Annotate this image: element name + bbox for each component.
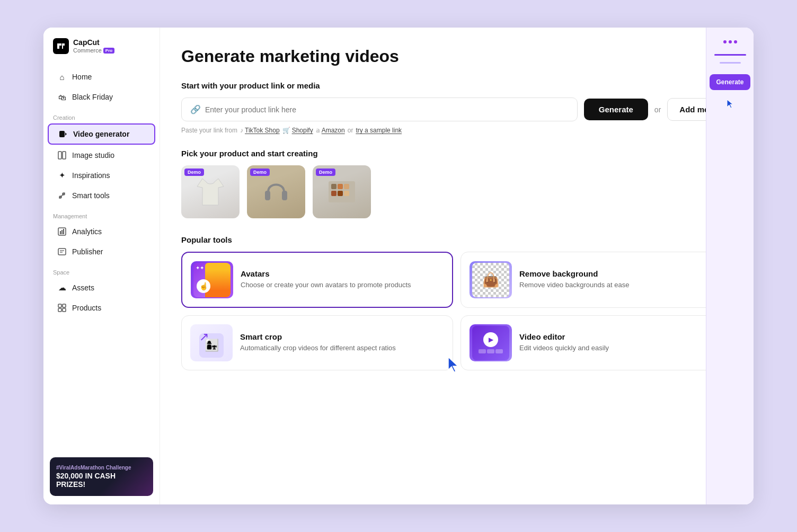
panel-line2 [720, 62, 741, 64]
remove-bg-desc: Remove video backgrounds at ease [519, 280, 723, 290]
product-card-headphones[interactable]: Demo [247, 165, 305, 218]
logo-icon [53, 38, 69, 54]
sub-brand: Commerce Pro [73, 47, 114, 54]
sidebar-item-home[interactable]: ⌂ Home [48, 67, 155, 86]
creation-section-label: Creation [43, 107, 160, 123]
product-link-input[interactable] [205, 105, 569, 114]
panel-dots [723, 40, 737, 43]
shopify-platform: 🛒 Shopify [282, 127, 313, 134]
avatar-face [205, 263, 231, 297]
svg-rect-22 [338, 184, 343, 189]
demo-badge-makeup: Demo [316, 169, 335, 176]
product-grid: Demo Demo [181, 165, 732, 218]
tool-card-video-editor[interactable]: ▶ Video editor Edit videos quickly and e… [461, 315, 732, 370]
main-content: Generate marketing videos Start with you… [160, 28, 754, 504]
svg-rect-8 [60, 231, 61, 234]
bag-icon: 👜 [482, 272, 499, 288]
svg-rect-1 [59, 131, 65, 137]
products-section-label: Pick your product and start creating [181, 149, 732, 158]
sidebar-item-products[interactable]: Products [48, 298, 155, 317]
svg-rect-9 [61, 230, 63, 234]
shopify-link[interactable]: Shopify [292, 127, 313, 134]
shopify-icon: 🛒 [282, 127, 290, 134]
management-section-label: Management [43, 206, 160, 221]
avatar-visual: ☝ ✦✦ [193, 263, 231, 297]
paste-hint: Paste your link from ♪ TikTok Shop 🛒 Sho… [181, 127, 732, 134]
avatars-info: Avatars Choose or create your own avatar… [241, 269, 444, 290]
image-studio-icon [57, 150, 67, 160]
bag-icon: 🛍 [57, 92, 67, 102]
smart-crop-info: Smart crop Automatically crop videos for… [240, 332, 444, 353]
smart-crop-icon-box: ↗ 👩‍👧 [190, 324, 233, 361]
sidebar-item-publisher[interactable]: Publisher [48, 242, 155, 261]
tiktok-icon: ♪ [240, 127, 243, 134]
page-title: Generate marketing videos [181, 47, 732, 66]
smart-crop-desc: Automatically crop videos for different … [240, 343, 444, 353]
product-card-shirt[interactable]: Demo [181, 165, 240, 218]
tool-card-avatars[interactable]: ☝ ✦✦ Avatars Choose or create your own a… [181, 252, 453, 308]
svg-marker-2 [65, 132, 67, 136]
amazon-link[interactable]: Amazon [322, 127, 345, 134]
or-text: or [654, 105, 661, 114]
tools-section-label: Popular tools [181, 235, 732, 244]
crop-visual: ↗ 👩‍👧 [193, 326, 230, 360]
amazon-platform: 𝕒 Amazon [316, 127, 345, 134]
inspire-icon: ✦ [57, 171, 67, 180]
crop-arrow-icon: ↗ [199, 330, 209, 344]
svg-rect-14 [58, 304, 61, 307]
svg-rect-4 [63, 152, 66, 159]
sidebar-item-black-friday[interactable]: 🛍 Black Friday [48, 87, 155, 107]
sidebar-item-assets[interactable]: ☁ Assets [48, 278, 155, 297]
smart-crop-name: Smart crop [240, 332, 444, 341]
sidebar-item-video-generator[interactable]: Video generator [48, 123, 155, 145]
publish-icon [57, 247, 67, 256]
product-card-makeup[interactable]: Demo [313, 165, 371, 218]
video-editor-desc: Edit videos quickly and easily [519, 343, 723, 353]
sidebar-item-image-studio[interactable]: Image studio [48, 146, 155, 165]
svg-rect-3 [58, 152, 61, 159]
checker-pattern: 👜 [472, 263, 509, 297]
video-editor-icon-box: ▶ [470, 324, 512, 361]
link-input-wrapper[interactable]: 🔗 [181, 97, 578, 121]
panel-generate-button[interactable]: Generate [710, 74, 750, 90]
svg-rect-23 [344, 184, 349, 189]
svg-rect-18 [265, 191, 270, 200]
panel-cursor [725, 99, 735, 111]
avatars-name: Avatars [241, 269, 444, 278]
sidebar: CapCut Commerce Pro ⌂ Home 🛍 Black Frida… [43, 28, 160, 504]
cursor [446, 356, 461, 375]
film-cell [479, 349, 486, 353]
input-section-label: Start with your product link or media [181, 81, 732, 90]
input-row: 🔗 Generate or Add media [181, 97, 732, 121]
tool-card-smart-crop[interactable]: ↗ 👩‍👧 Smart crop Automatically crop vide… [181, 315, 453, 370]
svg-rect-0 [53, 38, 69, 54]
film-cell [495, 349, 503, 353]
video-editor-visual: ▶ [472, 326, 509, 360]
avatar-hand: ☝ [197, 279, 210, 293]
avatars-desc: Choose or create your own avatars to pro… [241, 280, 444, 290]
film-strip [479, 349, 503, 353]
tiktok-platform: ♪ TikTok Shop [240, 127, 280, 134]
svg-rect-24 [331, 191, 336, 196]
sidebar-item-smart-tools[interactable]: Smart tools [48, 186, 155, 205]
promo-banner[interactable]: #ViralAdsMarathon Challenge $20,000 IN C… [50, 457, 153, 496]
video-gen-icon [58, 129, 68, 139]
avatars-icon-box: ☝ ✦✦ [191, 261, 233, 298]
sample-link[interactable]: try a sample link [356, 127, 402, 134]
generate-button[interactable]: Generate [584, 99, 648, 120]
tiktok-link[interactable]: TikTok Shop [245, 127, 280, 134]
svg-rect-17 [63, 308, 66, 312]
remove-bg-info: Remove background Remove video backgroun… [519, 269, 723, 290]
svg-rect-16 [58, 308, 61, 312]
svg-rect-15 [63, 304, 66, 307]
promo-amount: $20,000 IN CASH PRIZES! [56, 472, 147, 489]
space-section-label: Space [43, 262, 160, 278]
tools-grid: ☝ ✦✦ Avatars Choose or create your own a… [181, 252, 732, 370]
demo-badge-headphones: Demo [250, 169, 270, 176]
sidebar-item-analytics[interactable]: Analytics [48, 222, 155, 241]
dot3 [734, 40, 737, 43]
tool-card-remove-bg[interactable]: 👜 Remove background Remove video backgro… [461, 252, 732, 308]
svg-rect-19 [282, 191, 287, 200]
sidebar-item-inspirations[interactable]: ✦ Inspirations [48, 166, 155, 185]
panel-line1 [714, 54, 746, 56]
